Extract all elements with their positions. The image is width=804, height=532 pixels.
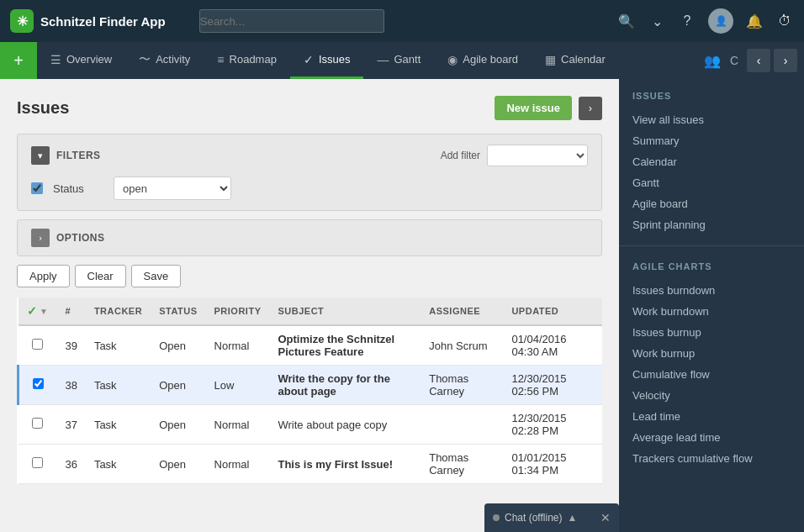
sidebar-item-view-all-issues[interactable]: View all issues [632, 109, 791, 130]
sidebar-item-work-burndown[interactable]: Work burndown [632, 301, 791, 322]
add-filter-select[interactable]: Status Priority Assignee [487, 145, 588, 166]
row-checkbox[interactable] [32, 339, 43, 350]
status-filter-checkbox[interactable] [31, 182, 43, 194]
save-button[interactable]: Save [131, 265, 182, 287]
row-checkbox[interactable] [32, 457, 43, 468]
nav-next-button[interactable]: › [774, 49, 797, 72]
row-status: Open [151, 405, 205, 445]
table-row: 38 Task Open Low Write the copy for the … [19, 366, 603, 405]
toggle-panel-button[interactable]: › [579, 97, 602, 120]
row-updated: 12/30/2015 02:28 PM [503, 405, 602, 445]
nav-item-issues[interactable]: ✓ Issues [290, 42, 364, 79]
row-checkbox-cell [19, 366, 57, 405]
row-assignee: John Scrum [421, 325, 503, 366]
help-icon[interactable]: ? [678, 12, 696, 30]
row-subject[interactable]: Write about page copy [269, 405, 421, 445]
people-icon[interactable]: 👥 [703, 51, 722, 70]
status-filter-value[interactable]: open closed all [114, 176, 231, 200]
sidebar-agile-charts-section: AGILE CHARTS Issues burndown Work burndo… [619, 250, 804, 476]
row-subject[interactable]: This is my First Issue! [269, 445, 421, 484]
apply-button[interactable]: Apply [17, 265, 70, 287]
row-subject[interactable]: Write the copy for the about page [269, 366, 421, 405]
nav-item-roadmap[interactable]: ≡ Roadmap [204, 42, 290, 79]
nav-overview-label: Overview [66, 53, 112, 66]
col-header-subject: SUBJECT [269, 298, 421, 325]
chevron-down-icon[interactable]: ⌄ [648, 12, 666, 30]
issues-header-right: New issue › [495, 96, 602, 120]
row-id: 37 [56, 405, 85, 445]
row-assignee: Thomas Carney [421, 445, 503, 484]
avatar[interactable]: 👤 [708, 8, 733, 34]
row-checkbox[interactable] [32, 418, 43, 429]
row-status: Open [151, 325, 205, 366]
search-input[interactable] [199, 9, 384, 33]
filters-right: Add filter Status Priority Assignee [441, 145, 588, 166]
row-priority: Normal [206, 405, 270, 445]
lock-icon[interactable]: C [725, 51, 743, 70]
issues-table: ✓ ▼ # TRACKER STATUS PRIORITY SUBJECT AS… [17, 298, 602, 484]
new-issue-button[interactable]: New issue [495, 96, 572, 120]
sidebar-item-issues-burnup[interactable]: Issues burnup [632, 322, 791, 343]
table-row: 37 Task Open Normal Write about page cop… [19, 405, 603, 445]
sidebar-item-work-burnup[interactable]: Work burnup [632, 343, 791, 364]
sidebar-item-summary[interactable]: Summary [632, 130, 791, 151]
filters-toggle-button[interactable]: ▾ [31, 146, 50, 165]
sidebar-item-trackers-cumulative-flow[interactable]: Trackers cumulative flow [632, 448, 791, 469]
sidebar-item-velocity[interactable]: Velocity [632, 385, 791, 406]
add-button[interactable]: + [0, 42, 37, 79]
table-row: 36 Task Open Normal This is my First Iss… [19, 445, 603, 484]
nav-item-calendar[interactable]: ▦ Calendar [532, 42, 619, 79]
header-checkmark-icon: ✓ [27, 304, 38, 318]
sidebar-item-average-lead-time[interactable]: Average lead time [632, 427, 791, 448]
sub-nav: + ☰ Overview 〜 Activity ≡ Roadmap ✓ Issu… [0, 42, 804, 79]
chat-expand-icon[interactable]: ▲ [567, 512, 577, 524]
bell-icon[interactable]: 🔔 [745, 12, 764, 30]
nav-issues-label: Issues [319, 53, 351, 66]
options-header: › OPTIONS [31, 229, 588, 247]
nav-item-activity[interactable]: 〜 Activity [125, 42, 204, 79]
row-status: Open [151, 366, 205, 405]
clear-button[interactable]: Clear [75, 265, 126, 287]
status-filter-name: Status [53, 182, 103, 195]
sidebar-issues-title: ISSUES [632, 91, 791, 101]
nav-item-agile-board[interactable]: ◉ Agile board [434, 42, 532, 79]
search-icon[interactable]: 🔍 [617, 12, 636, 30]
col-header-assignee: ASSIGNEE [421, 298, 503, 325]
sidebar-item-calendar[interactable]: Calendar [632, 151, 791, 172]
options-toggle-button[interactable]: › [31, 229, 50, 247]
table-row: 39 Task Open Normal Optimize the Schnitz… [19, 325, 603, 366]
logo-icon: ✳ [10, 9, 34, 33]
sidebar-item-cumulative-flow[interactable]: Cumulative flow [632, 364, 791, 385]
sidebar-item-gantt[interactable]: Gantt [632, 172, 791, 193]
roadmap-icon: ≡ [217, 53, 224, 66]
row-tracker: Task [86, 445, 151, 484]
row-subject[interactable]: Optimize the Schnitzel Pictures Feature [269, 325, 421, 366]
row-assignee [421, 405, 503, 445]
clock-icon[interactable]: ⏱ [775, 12, 794, 30]
table-header-check: ✓ ▼ [27, 304, 49, 318]
nav-prev-button[interactable]: ‹ [747, 49, 770, 72]
nav-item-overview[interactable]: ☰ Overview [37, 42, 125, 79]
sidebar-item-lead-time[interactable]: Lead time [632, 406, 791, 427]
col-header-status: STATUS [151, 298, 205, 325]
action-buttons: Apply Clear Save [17, 265, 602, 287]
nav-agile-board-label: Agile board [463, 53, 518, 66]
nav-calendar-label: Calendar [561, 53, 606, 66]
sidebar-item-issues-burndown[interactable]: Issues burndown [632, 280, 791, 301]
sub-nav-items: ☰ Overview 〜 Activity ≡ Roadmap ✓ Issues… [37, 42, 696, 79]
chat-close-icon[interactable]: ✕ [600, 511, 611, 524]
nav-roadmap-label: Roadmap [230, 53, 277, 66]
row-checkbox-cell [19, 325, 57, 366]
sidebar-item-sprint-planning[interactable]: Sprint planning [632, 214, 791, 235]
header-sort-arrow-icon: ▼ [40, 307, 48, 316]
row-checkbox[interactable] [33, 378, 44, 389]
nav-activity-label: Activity [156, 53, 190, 66]
nav-item-gantt[interactable]: — Gantt [363, 42, 434, 79]
chat-widget[interactable]: Chat (offline) ▲ ✕ [484, 503, 619, 532]
row-status: Open [151, 445, 205, 484]
sidebar-item-agile-board[interactable]: Agile board [632, 193, 791, 214]
sidebar-agile-charts-title: AGILE CHARTS [632, 261, 791, 271]
agile-board-icon: ◉ [447, 53, 458, 66]
issues-header: Issues New issue › [17, 96, 602, 120]
right-sidebar: ISSUES View all issues Summary Calendar … [619, 79, 804, 532]
